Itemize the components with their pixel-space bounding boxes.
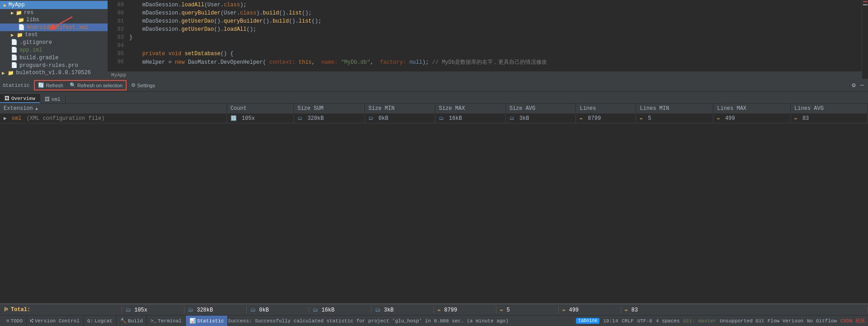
col-size-avg[interactable]: Size AVG xyxy=(505,104,576,114)
gitflow-label: No Gitflow xyxy=(807,318,837,324)
folder-icon-libs: 📁 xyxy=(18,17,24,23)
status-right: tabnine 19:14 CRLF UTF-8 4 spaces Git: m… xyxy=(576,317,865,324)
code-line-93: 93 } xyxy=(108,33,862,42)
col-size-min[interactable]: Size MIN xyxy=(365,104,435,114)
svg-line-0 xyxy=(52,17,72,28)
total-size-avg-icon: 🗂 xyxy=(375,307,381,313)
statistic-toolbar: Statistic 🔄 Refresh 🔍 Refresh on selecti… xyxy=(0,79,868,92)
settings-button[interactable]: ⚙ Settings xyxy=(128,81,158,89)
statistic-panel-title: Statistic xyxy=(3,83,29,88)
cell-size-max: 🗂 16kB xyxy=(435,114,505,123)
cursor-position[interactable]: 19:14 xyxy=(603,318,618,324)
todo-label: TODO xyxy=(11,318,23,324)
data-table: Extension Count Size SUM Size MIN Size M… xyxy=(0,104,868,123)
col-size-max[interactable]: Size MAX xyxy=(435,104,505,114)
git-branch[interactable]: Git: master xyxy=(684,318,717,324)
cell-ext-desc: (XML configuration file) xyxy=(27,115,105,122)
table-row[interactable]: ▶ xml (XML configuration file) 🔢 105x 🗂 … xyxy=(0,114,868,123)
build-label: Build xyxy=(128,318,143,324)
status-tab-todo[interactable]: ≡ TODO xyxy=(3,316,27,326)
statistic-label: Statistic xyxy=(197,318,224,324)
terminal-icon: >_ xyxy=(151,318,156,324)
refresh-label: Refresh xyxy=(46,83,63,88)
col-size-sum[interactable]: Size SUM xyxy=(293,104,364,114)
refresh-button[interactable]: 🔄 Refresh xyxy=(35,81,66,89)
file-tree-androidmanifest[interactable]: 📄 AndroidManifest.xml xyxy=(0,24,108,31)
settings-icon: ⚙ xyxy=(131,82,136,88)
git-flow-status: Unsupported Git Flow Verison xyxy=(720,318,803,324)
total-size-max: 🗂 16kB xyxy=(309,307,372,313)
file-tree-gitignore[interactable]: 📄 .gitignore xyxy=(0,38,108,46)
col-count[interactable]: Count xyxy=(226,104,293,114)
count-icon: 🔢 xyxy=(231,116,237,121)
col-lines-avg[interactable]: Lines AVG xyxy=(791,104,868,114)
total-lines-max-icon: ✏ xyxy=(562,307,566,313)
tab-overview[interactable]: 🖼 Overview xyxy=(0,94,40,103)
total-count: 🗂 105x xyxy=(122,307,184,313)
folder-icon-test: ▶ 📁 xyxy=(11,32,23,38)
refresh-on-selection-button[interactable]: 🔍 Refresh on selection xyxy=(67,81,125,89)
file-tree-buildgradle[interactable]: 📄 build.gradle xyxy=(0,54,108,61)
code-line-92: 92 mDaoSession.getUserDao().loadAll(); xyxy=(108,25,862,33)
xml-file-icon: 📄 xyxy=(18,24,25,31)
code-line-89: 89 mDaoSession.loadAll(User.class); xyxy=(108,1,862,9)
iml-icon: 📄 xyxy=(11,47,18,53)
cell-size-sum: 🗂 328kB xyxy=(293,114,364,123)
statistic-panel: Statistic 🔄 Refresh 🔍 Refresh on selecti… xyxy=(0,79,868,315)
col-lines-min[interactable]: Lines MIN xyxy=(636,104,713,114)
encoding[interactable]: UTF-8 xyxy=(637,318,652,324)
xml-tab-icon: 🖼 xyxy=(45,96,50,102)
gear-icon[interactable]: ⚙ xyxy=(850,81,857,89)
total-bar: 🏳 Total: 🗂 105x 🗂 328kB 🗂 0kB 🗂 16kB 🗂 3… xyxy=(0,303,868,315)
cell-lines-avg: ✏ 83 xyxy=(791,114,868,123)
version-control-label: Version Control xyxy=(35,318,80,324)
tabnine-badge: tabnine xyxy=(576,318,599,324)
size-sum-icon: 🗂 xyxy=(297,116,302,121)
indent[interactable]: 4 spaces xyxy=(656,318,680,324)
code-line-95: 95 private void setDatabase() { xyxy=(108,50,862,58)
total-size-avg: 🗂 3kB xyxy=(372,307,434,313)
cell-extension: ▶ xml (XML configuration file) xyxy=(0,114,226,123)
file-tree-bluetooth[interactable]: ▶ 📁 buletooth_v1.0.0.170526 xyxy=(0,69,108,76)
proguard-icon: 📄 xyxy=(11,62,18,69)
col-lines-max[interactable]: Lines MAX xyxy=(713,104,791,114)
project-title: MyApp xyxy=(9,2,25,8)
version-control-icon: ⑆ xyxy=(30,318,33,324)
status-tab-logcat[interactable]: G: Logcat xyxy=(84,316,117,326)
file-tree-proguard[interactable]: 📄 proguard-rules.pro xyxy=(0,61,108,69)
cell-lines-max: ✏ 499 xyxy=(713,114,791,123)
expand-icon: ▶ xyxy=(4,116,7,121)
file-tree: ▶ MyApp ▶ 📁 res 📁 libs 📄 AndroidManifest… xyxy=(0,0,108,79)
tab-xml[interactable]: 🖼 xml xyxy=(40,95,66,103)
col-lines[interactable]: Lines xyxy=(576,104,636,114)
lines-min-icon: ✏ xyxy=(640,116,643,121)
refresh-selection-icon: 🔍 xyxy=(70,82,76,88)
csdn-label: CSDN 社区 xyxy=(840,317,865,324)
lines-max-icon: ✏ xyxy=(717,116,720,121)
status-tab-build[interactable]: 🔨 Build xyxy=(117,316,147,326)
col-extension[interactable]: Extension xyxy=(0,104,226,114)
build-icon: 🔨 xyxy=(120,318,127,324)
size-max-icon: 🗂 xyxy=(439,116,444,121)
statistic-icon: 📊 xyxy=(189,318,196,324)
status-message: Success: Successfully calculated statist… xyxy=(228,318,509,324)
toolbar-left: Statistic 🔄 Refresh 🔍 Refresh on selecti… xyxy=(3,80,158,90)
total-count-icon: 🗂 xyxy=(126,307,131,313)
lines-avg-icon: ✏ xyxy=(794,116,797,121)
terminal-label: Terminal xyxy=(158,318,182,324)
status-tab-statistic[interactable]: 📊 Statistic xyxy=(186,316,228,326)
total-size-min-icon: 🗂 xyxy=(250,307,256,313)
status-tab-version-control[interactable]: ⑆ Version Control xyxy=(27,316,84,326)
code-line-90: 90 mDaoSession.queryBuilder(User.class).… xyxy=(108,9,862,17)
total-lines-min-icon: ✏ xyxy=(500,307,503,313)
file-tree-appiml[interactable]: 📄 app.iml xyxy=(0,46,108,54)
total-lines-avg-icon: ✏ xyxy=(625,307,628,313)
minimize-icon[interactable]: — xyxy=(859,81,865,89)
logcat-label: Logcat xyxy=(94,318,113,324)
logcat-icon: G: xyxy=(87,318,93,324)
right-scrollbar[interactable] xyxy=(862,0,868,79)
total-size-sum: 🗂 328kB xyxy=(184,307,247,313)
data-table-wrapper[interactable]: Extension Count Size SUM Size MIN Size M… xyxy=(0,104,868,303)
status-tab-terminal[interactable]: >_ Terminal xyxy=(147,316,186,326)
line-ending[interactable]: CRLF xyxy=(622,318,633,324)
